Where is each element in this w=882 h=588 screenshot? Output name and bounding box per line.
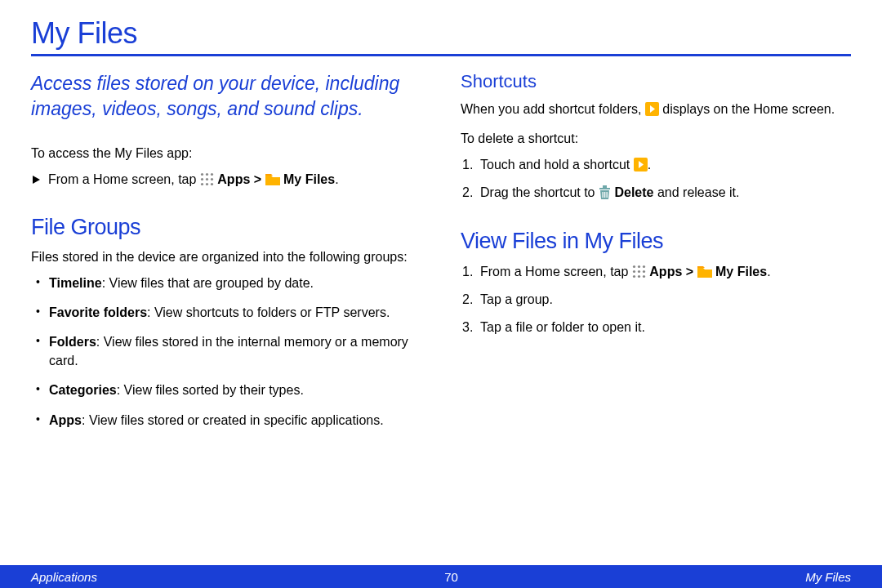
list-item: Categories: View files sorted by their t… [34,381,421,399]
access-step: From a Home screen, tap Apps > [31,171,421,189]
delete-bold: Delete [614,185,653,199]
svg-point-2 [211,173,213,176]
right-column: Shortcuts When you add shortcut folders,… [461,71,851,441]
list-item: Favorite folders: View shortcuts to fold… [34,304,421,322]
svg-point-18 [643,265,645,268]
footer-left: Applications [31,570,97,584]
groups-list: Timeline: View files that are grouped by… [31,274,421,430]
apps-grid-icon [200,172,214,186]
svg-point-23 [638,275,640,278]
svg-point-3 [201,178,203,180]
file-groups-heading: File Groups [31,215,421,240]
svg-rect-12 [603,185,607,188]
svg-point-8 [211,183,213,185]
list-item: Apps: View files stored or created in sp… [34,412,421,430]
apps-grid-icon [632,265,646,278]
svg-rect-11 [599,188,610,189]
footer-right: My Files [805,570,851,584]
delete-steps: Touch and hold a shortcut . Drag the sho… [461,155,851,203]
left-column: Access files stored on your device, incl… [31,71,421,441]
svg-point-20 [638,270,640,273]
delete-label: To delete a shortcut: [461,130,851,148]
svg-point-6 [201,183,203,185]
access-step-prefix: From a Home screen, tap [48,172,200,186]
svg-point-1 [206,173,208,176]
title-rule [31,54,851,56]
step-item: Tap a file or folder to open it. [462,318,851,337]
svg-rect-15 [606,192,607,198]
step-item: Tap a group. [462,290,851,310]
svg-point-7 [206,183,208,185]
step-item: Touch and hold a shortcut . [462,155,851,175]
svg-rect-14 [604,192,605,198]
page-footer: Applications 70 My Files [0,565,882,588]
myfiles-label: My Files [283,172,335,186]
step-item: From a Home screen, tap Apps > [462,262,851,282]
file-groups-intro: Files stored in the device are organized… [31,248,421,266]
svg-rect-13 [602,192,603,198]
folder-icon [697,266,712,278]
access-label: To access the My Files app: [31,145,421,163]
footer-page-number: 70 [444,570,458,584]
svg-point-0 [201,173,203,176]
list-item: Timeline: View files that are grouped by… [34,274,421,292]
view-files-heading: View Files in My Files [461,229,851,254]
svg-point-16 [633,265,635,268]
list-item: Folders: View files stored in the intern… [34,333,421,370]
shortcuts-heading: Shortcuts [461,71,851,92]
play-bullet-icon [33,176,40,184]
folder-icon [265,174,280,185]
shortcut-folder-icon [645,102,659,116]
apps-label: Apps [217,172,250,186]
svg-point-19 [633,270,635,273]
page-title: My Files [31,16,851,51]
svg-point-4 [206,178,208,180]
svg-point-17 [638,265,640,268]
trash-icon [599,185,611,199]
step-item: Drag the shortcut to Delete and release [462,183,851,203]
svg-point-22 [633,275,635,278]
svg-point-21 [643,270,645,273]
svg-point-24 [643,275,645,278]
view-steps: From a Home screen, tap Apps > [461,262,851,337]
svg-point-5 [211,178,213,180]
shortcuts-text: When you add shortcut folders, displays … [461,100,851,118]
intro-text: Access files stored on your device, incl… [31,71,421,122]
shortcut-folder-icon [634,158,648,172]
